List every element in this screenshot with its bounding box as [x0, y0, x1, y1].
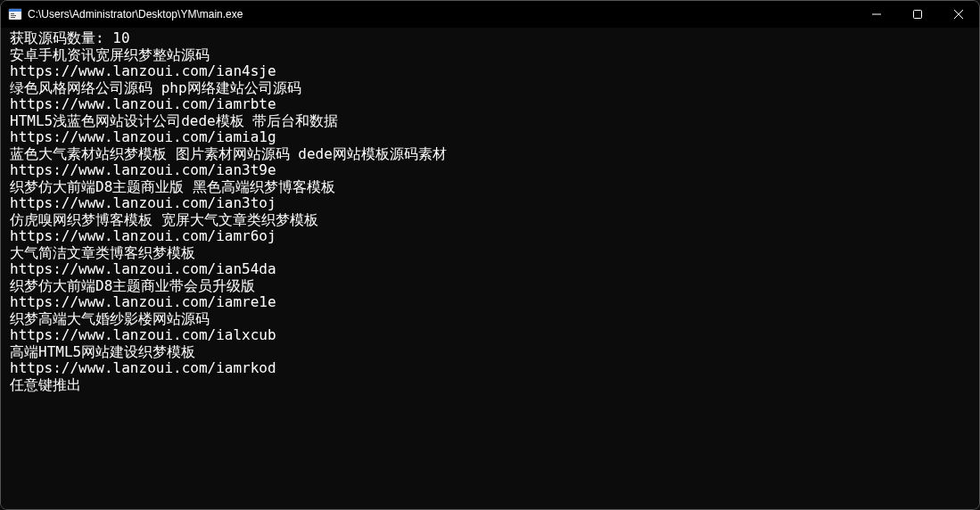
- console-entry-url: https://www.lanzoui.com/ian3t9e: [10, 162, 970, 179]
- console-entry-title: HTML5浅蓝色网站设计公司dede模板 带后台和数据: [10, 113, 970, 130]
- console-entry-title: 织梦仿大前端D8主题商业版 黑色高端织梦博客模板: [10, 179, 970, 196]
- close-button[interactable]: [938, 1, 979, 28]
- console-entry-title: 仿虎嗅网织梦博客模板 宽屏大气文章类织梦模板: [10, 212, 970, 229]
- console-entry-title: 安卓手机资讯宽屏织梦整站源码: [10, 47, 970, 64]
- console-entry-url: https://www.lanzoui.com/iamr6oj: [10, 228, 970, 245]
- svg-rect-6: [914, 11, 922, 19]
- window-title: C:\Users\Administrator\Desktop\YM\main.e…: [28, 8, 856, 21]
- exe-icon: [8, 7, 22, 21]
- svg-rect-1: [9, 9, 21, 12]
- svg-rect-4: [11, 17, 15, 18]
- console-entry-url: https://www.lanzoui.com/iamrkod: [10, 360, 970, 377]
- console-entry-title: 大气简洁文章类博客织梦模板: [10, 245, 970, 262]
- console-output[interactable]: 获取源码数量: 10安卓手机资讯宽屏织梦整站源码https://www.lanz…: [1, 28, 979, 509]
- console-entry-url: https://www.lanzoui.com/iamia1g: [10, 129, 970, 146]
- console-header-line: 获取源码数量: 10: [10, 30, 970, 47]
- console-entry-title: 织梦仿大前端D8主题商业带会员升级版: [10, 278, 970, 295]
- console-entry-url: https://www.lanzoui.com/ian4sje: [10, 63, 970, 80]
- svg-rect-2: [11, 13, 14, 14]
- console-entry-url: https://www.lanzoui.com/iamre1e: [10, 294, 970, 311]
- console-entry-title: 高端HTML5网站建设织梦模板: [10, 344, 970, 361]
- console-entry-title: 织梦高端大气婚纱影楼网站源码: [10, 311, 970, 328]
- svg-rect-3: [11, 15, 16, 16]
- console-entry-url: https://www.lanzoui.com/ian54da: [10, 261, 970, 278]
- minimize-button[interactable]: [856, 1, 897, 28]
- window-titlebar: C:\Users\Administrator\Desktop\YM\main.e…: [1, 1, 979, 28]
- console-entry-title: 绿色风格网络公司源码 php网络建站公司源码: [10, 80, 970, 97]
- maximize-button[interactable]: [897, 1, 938, 28]
- window-controls: [856, 1, 979, 28]
- console-entry-title: 蓝色大气素材站织梦模板 图片素材网站源码 dede网站模板源码素材: [10, 146, 970, 163]
- console-footer-line: 任意键推出: [10, 377, 970, 394]
- console-entry-url: https://www.lanzoui.com/ian3toj: [10, 195, 970, 212]
- console-entry-url: https://www.lanzoui.com/iamrbte: [10, 96, 970, 113]
- console-entry-url: https://www.lanzoui.com/ialxcub: [10, 327, 970, 344]
